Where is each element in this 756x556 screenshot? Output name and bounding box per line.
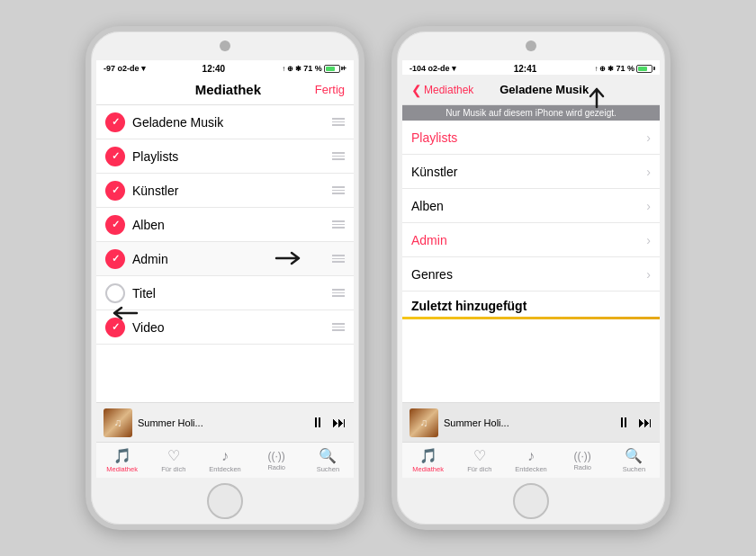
location-icon-1: ⊕ — [287, 65, 293, 73]
wifi-icon-2: ▾ — [452, 64, 456, 73]
tab-entdecken-2[interactable]: ♪ Entdecken — [505, 448, 556, 473]
back-label: Mediathek — [424, 84, 473, 96]
arrow-up-annotation — [583, 85, 610, 111]
time-1: 12:40 — [202, 64, 226, 74]
forward-button-2[interactable]: ⏭ — [638, 415, 652, 431]
tab-furdich-1[interactable]: ♡ Für dich — [148, 447, 199, 473]
disclosure-playlists: › — [646, 130, 651, 145]
tab-entdecken-1[interactable]: ♪ Entdecken — [199, 448, 250, 473]
disclosure-genres: › — [646, 267, 651, 282]
drag-handle-kunstler[interactable] — [332, 186, 345, 194]
info-banner: Nur Musik auf diesem iPhone wird gezeigt… — [402, 105, 660, 121]
back-button[interactable]: ❮ Mediathek — [411, 83, 473, 97]
now-playing-bar-1[interactable]: Summer Holi... ⏸ ⏭ — [96, 402, 354, 442]
bluetooth-icon-2: ✱ — [608, 65, 614, 73]
label-alben-2: Alben — [411, 199, 646, 213]
disclosure-admin: › — [646, 233, 651, 247]
tab-bar-1: 🎵 Mediathek ♡ Für dich ♪ Entdecken ((·))… — [96, 442, 354, 478]
nav-title-2: Geladene Musik — [500, 83, 589, 96]
list-item-alben-2[interactable]: Alben › — [402, 189, 660, 223]
phone-2: -104 o2-de ▾ 12:41 ↑ ⊕ ✱ 71 % ❮ Mediathe… — [392, 26, 670, 530]
drag-handle-admin[interactable] — [332, 255, 345, 263]
now-playing-controls-2: ⏸ ⏭ — [616, 415, 652, 431]
tab-suchen-1[interactable]: 🔍 Suchen — [302, 447, 354, 473]
status-bar-1: -97 o2-de ▾ 12:40 ↑ ⊕ ✱ 71 % + — [96, 60, 354, 75]
status-bar-2: -104 o2-de ▾ 12:41 ↑ ⊕ ✱ 71 % — [402, 60, 660, 75]
disclosure-alben: › — [646, 199, 651, 213]
arrow-right-annotation — [272, 249, 308, 267]
back-arrow-icon: ❮ — [411, 83, 422, 97]
label-playlists: Playlists — [132, 149, 328, 164]
battery-percent-1: 71 % — [303, 64, 322, 73]
album-art-1 — [104, 408, 132, 437]
tab-radio-label-2: Radio — [573, 463, 591, 471]
pause-button-1[interactable]: ⏸ — [310, 415, 325, 431]
tab-mediathek-1[interactable]: 🎵 Mediathek — [96, 447, 148, 473]
tab-suchen-2[interactable]: 🔍 Suchen — [608, 447, 660, 473]
nav-bar-2: ❮ Mediathek Geladene Musik — [402, 75, 660, 105]
entdecken-icon-2: ♪ — [527, 448, 535, 464]
list-item-playlists-2[interactable]: Playlists › — [402, 121, 660, 155]
label-alben: Alben — [132, 218, 328, 232]
section-header-label: Zuletzt hinzugefügt — [411, 299, 526, 313]
label-titel: Titel — [132, 286, 328, 300]
list-item-kunstler-2[interactable]: Künstler › — [402, 155, 660, 189]
carrier-2: -104 o2-de — [410, 64, 450, 73]
label-kunstler-2: Künstler — [411, 165, 646, 179]
status-bar-right-1: ↑ ⊕ ✱ 71 % + — [282, 64, 346, 73]
wifi-icon-1: ▾ — [141, 64, 146, 73]
list-item-geladene-musik[interactable]: ✓ Geladene Musik — [96, 105, 354, 139]
tab-bar-2: 🎵 Mediathek ♡ Für dich ♪ Entdecken ((·))… — [402, 442, 660, 478]
now-playing-title-1: Summer Holi... — [138, 417, 305, 428]
list-item-admin[interactable]: ✓ Admin — [96, 242, 354, 276]
fertig-button[interactable]: Fertig — [315, 83, 345, 96]
label-playlists-2: Playlists — [411, 130, 646, 145]
list-item-admin-2[interactable]: Admin › — [402, 223, 660, 257]
battery-percent-2: 71 % — [616, 64, 634, 73]
furdich-icon-2: ♡ — [473, 447, 486, 464]
forward-button-1[interactable]: ⏭ — [332, 415, 346, 431]
check-icon-geladene-musik: ✓ — [105, 112, 125, 132]
direction-icon-1: ↑ — [282, 65, 285, 73]
tab-entdecken-label-1: Entdecken — [209, 465, 240, 473]
list-item-alben[interactable]: ✓ Alben — [96, 208, 354, 242]
nav-bar-1: Mediathek Fertig — [96, 75, 354, 105]
drag-handle-geladene-musik[interactable] — [332, 118, 345, 126]
status-bar-left-2: -104 o2-de ▾ — [410, 64, 456, 73]
tab-radio-label-1: Radio — [267, 463, 285, 471]
tab-radio-1[interactable]: ((·)) Radio — [251, 450, 302, 471]
status-bar-left-1: -97 o2-de ▾ — [104, 64, 146, 73]
list-item-playlists[interactable]: ✓ Playlists — [96, 139, 354, 174]
drag-handle-alben[interactable] — [332, 220, 345, 229]
list-item-kunstler[interactable]: ✓ Künstler — [96, 174, 354, 208]
drag-handle-titel[interactable] — [332, 289, 345, 297]
radio-icon-1: ((·)) — [268, 450, 285, 462]
tab-furdich-label-1: Für dich — [161, 465, 185, 473]
list-item-genres-2[interactable]: Genres › — [402, 257, 660, 291]
mediathek-list: ✓ Geladene Musik ✓ Playlists ✓ — [96, 105, 354, 402]
tab-suchen-label-2: Suchen — [623, 465, 645, 473]
battery-icon-1 — [324, 65, 340, 73]
direction-icon-2: ↑ — [594, 65, 598, 73]
home-button-1[interactable] — [207, 483, 243, 519]
screen-1: -97 o2-de ▾ 12:40 ↑ ⊕ ✱ 71 % + Mediathek… — [96, 60, 354, 478]
battery-icon-2 — [636, 65, 652, 73]
phone-1: -97 o2-de ▾ 12:40 ↑ ⊕ ✱ 71 % + Mediathek… — [86, 26, 364, 530]
tab-radio-2[interactable]: ((·)) Radio — [557, 450, 608, 471]
screen-2: -104 o2-de ▾ 12:41 ↑ ⊕ ✱ 71 % ❮ Mediathe… — [402, 60, 660, 478]
check-icon-kunstler: ✓ — [105, 181, 125, 201]
now-playing-bar-2[interactable]: Summer Holi... ⏸ ⏭ — [402, 402, 660, 442]
check-icon-playlists: ✓ — [105, 147, 125, 166]
drag-handle-playlists[interactable] — [332, 152, 345, 160]
furdich-icon-1: ♡ — [167, 447, 180, 464]
tab-furdich-2[interactable]: ♡ Für dich — [454, 447, 505, 473]
location-icon-2: ⊕ — [599, 65, 606, 73]
drag-handle-video[interactable] — [332, 323, 345, 331]
section-header-zuletzt: Zuletzt hinzugefügt — [402, 291, 660, 317]
entdecken-icon-1: ♪ — [221, 448, 229, 464]
radio-icon-2: ((·)) — [574, 450, 591, 462]
pause-button-2[interactable]: ⏸ — [616, 415, 631, 431]
home-button-2[interactable] — [513, 483, 549, 519]
tab-mediathek-2[interactable]: 🎵 Mediathek — [402, 447, 454, 473]
album-art-2 — [410, 408, 438, 437]
